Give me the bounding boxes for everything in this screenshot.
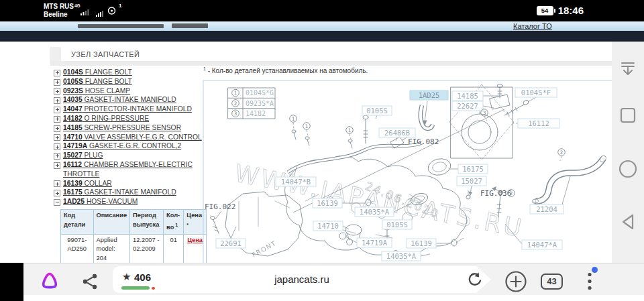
parts-list-item: 14047 PROTECTOR-INTAKE MANIFOLD (54, 105, 207, 114)
back-triangle-icon[interactable] (620, 213, 637, 233)
svg-text:14035*A: 14035*A (360, 208, 390, 216)
parts-list-item: 14182 O RING-PRESSURE (54, 114, 207, 123)
diagram-part-label-26486B[interactable]: 26486B (379, 128, 415, 137)
status-bar: MTS RUS 4G Beeline 1 54 18:46 (0, 0, 644, 21)
parts-list-item: 1AD25 HOSE-VACUUM (54, 197, 207, 206)
reload-icon[interactable] (464, 271, 482, 291)
part-link[interactable]: 14047 PROTECTOR-INTAKE MANIFOLD (63, 105, 192, 113)
expand-icon[interactable] (54, 79, 60, 86)
diagram-part-label-14035*A[interactable]: 14035*A (382, 251, 421, 261)
diagram-part-label-0105S[interactable]: 0105S (382, 220, 412, 229)
svg-text:1: 1 (305, 123, 309, 129)
diagram-part-label-16139[interactable]: 16139 (313, 198, 342, 208)
part-link[interactable]: 16139 COLLAR (63, 180, 112, 187)
expand-icon[interactable] (54, 162, 60, 169)
expand-icon[interactable] (54, 134, 60, 141)
svg-text:14719A: 14719A (362, 239, 388, 247)
svg-text:0104S*G: 0104S*G (246, 89, 274, 97)
collapse-icon[interactable] (54, 199, 60, 206)
hide-navbar-icon[interactable] (620, 60, 636, 80)
yandex-browser-logo[interactable] (39, 271, 60, 294)
part-link[interactable]: 15027 PLUG (63, 152, 103, 159)
circled-number: 1 (303, 123, 311, 130)
expand-icon[interactable] (54, 70, 60, 76)
android-nav-strip (612, 42, 644, 263)
menu-dots-icon[interactable] (586, 272, 594, 294)
url-text[interactable]: japancats.ru (113, 266, 491, 293)
site-header-bar (0, 31, 644, 42)
home-circle-icon[interactable] (619, 160, 637, 181)
expand-icon[interactable] (54, 180, 60, 187)
svg-text:16175: 16175 (462, 165, 484, 173)
parts-list-item: 0923S HOSE CLAMP (54, 86, 207, 96)
diagram-part-label-16112[interactable]: 16112 (518, 119, 559, 128)
tab-counter[interactable]: 43 (541, 274, 563, 290)
share-icon[interactable] (81, 272, 99, 292)
circled-number: 1 (346, 127, 354, 134)
part-link[interactable]: 14035 GASKET-INTAKE MANIFOLD (63, 96, 176, 103)
new-tab-plus-icon[interactable] (504, 270, 527, 296)
part-link[interactable]: 14182 O RING-PRESSURE (63, 115, 149, 122)
diagram-part-label-21204[interactable]: 21204 (530, 204, 564, 214)
phone-screen: MTS RUS 4G Beeline 1 54 18:46 Каталог ТО… (0, 0, 644, 301)
diagram-part-label-14719A[interactable]: 14719A (357, 238, 392, 247)
notification-count: 1 (119, 3, 121, 9)
part-link[interactable]: 0105S FLANGE BOLT (63, 78, 132, 85)
tab-strip (50, 61, 627, 66)
part-link[interactable]: 14719A GASKET-E.G.R. CONTROL,2 (63, 142, 181, 149)
parts-list-item: 14185 SCREW-PRESSURE SENSOR (54, 123, 207, 133)
parts-list-item: 16112 CHAMBER ASSEMBLY-ELECTRIC THROTTLE (54, 160, 207, 179)
part-link[interactable]: 14185 SCREW-PRESSURE SENSOR (63, 124, 181, 131)
diagram-part-label-14710[interactable]: 14710 (313, 221, 343, 231)
signal-bars-icon (96, 7, 104, 19)
diagram-part-label-16139[interactable]: 16139 (407, 239, 436, 248)
svg-text:1AD25: 1AD25 (419, 91, 440, 99)
recents-square-icon[interactable] (620, 107, 636, 126)
expand-icon[interactable] (54, 125, 60, 132)
clipped-link-text[interactable] (172, 23, 208, 28)
svg-text:16139: 16139 (317, 199, 338, 207)
diagram-part-label-0104S*F[interactable]: 0104S*F (515, 88, 557, 97)
part-link[interactable]: 0104S FLANGE BOLT (63, 68, 132, 76)
diagram-part-label-14047*B[interactable]: 14047*B (276, 177, 316, 186)
expand-icon[interactable] (54, 88, 60, 95)
diagram-part-label-0105S[interactable]: 0105S (362, 106, 392, 115)
expand-icon[interactable] (54, 97, 60, 104)
part-link[interactable]: 14710 VALVE ASSEMBLY-E.G.R. CONTROL (63, 133, 202, 141)
fig-label: FIG.022 (205, 202, 235, 211)
part-link[interactable]: 1AD25 HOSE-VACUUM (63, 198, 138, 205)
diagram-part-label-14185[interactable]: 14185 (452, 91, 483, 101)
svg-text:0105S: 0105S (366, 107, 388, 115)
address-bar[interactable]: ★ 406 japancats.ru (113, 266, 491, 293)
tab-parts-node[interactable]: УЗЕЛ ЗАПЧАСТЕЙ (61, 47, 150, 61)
part-link[interactable]: 16112 CHAMBER ASSEMBLY-ELECTRIC THROTTLE (63, 161, 193, 178)
diagram-part-label-1AD25[interactable]: 1AD25 (410, 91, 448, 100)
svg-text:15027: 15027 (461, 177, 482, 185)
svg-text:16112: 16112 (528, 119, 549, 127)
diagram-part-label-14047*A[interactable]: 14047*A (522, 240, 562, 249)
catalog-to-link[interactable]: Каталог ТО (513, 21, 552, 31)
carrier-2: Beeline (44, 11, 68, 18)
diagram-part-label-14035*A[interactable]: 14035*A (355, 207, 394, 217)
expand-icon[interactable] (54, 116, 60, 123)
data-saver-icon (107, 5, 117, 18)
diagram-part-label-16175[interactable]: 16175 (458, 164, 488, 174)
table-header: Код детали (61, 209, 94, 234)
diagram-part-label-22627[interactable]: 22627 (452, 101, 483, 111)
parts-diagram: WWW.JAPANCATS.RU 24.06.2020 FRONT (203, 80, 628, 263)
svg-text:2: 2 (560, 149, 564, 156)
expand-icon[interactable] (54, 190, 60, 196)
diagram-part-label-15027[interactable]: 15027 (457, 176, 486, 186)
part-link[interactable]: 0923S HOSE CLAMP (63, 87, 130, 95)
part-link[interactable]: 16175 GASKET-INTAKE MANIFOLD (63, 188, 176, 196)
diagram-part-label-22691[interactable]: 22691 (216, 239, 246, 248)
svg-text:21204: 21204 (536, 205, 557, 213)
price-link[interactable]: Цена (187, 237, 203, 243)
svg-text:26486B: 26486B (384, 129, 410, 137)
expand-icon[interactable] (54, 143, 60, 150)
clipped-link-text[interactable] (78, 24, 164, 28)
expand-icon[interactable] (54, 107, 60, 113)
svg-text:14047*A: 14047*A (527, 241, 557, 249)
expand-icon[interactable] (54, 153, 60, 160)
svg-text:16139: 16139 (411, 239, 432, 247)
